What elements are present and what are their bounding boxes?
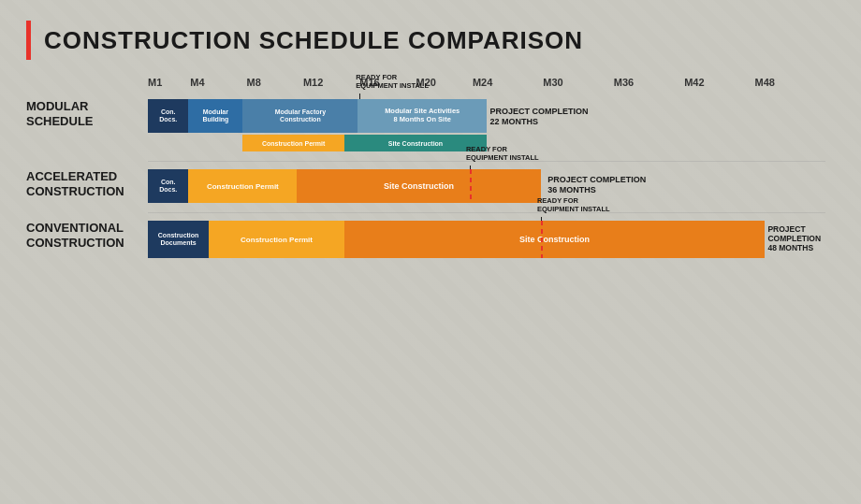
modular-ready-annotation: READY FOREQUIPMENT INSTALL (356, 73, 429, 90)
title-accent (26, 21, 31, 60)
accelerated-label: ACCELERATEDCONSTRUCTION (26, 169, 139, 198)
accelerated-dash-line (470, 169, 472, 203)
conventional-dash-line (541, 221, 543, 258)
conventional-label: CONVENTIONALCONSTRUCTION (26, 221, 139, 250)
conventional-con-docs-bar: ConstructionDocuments (148, 221, 209, 258)
accelerated-con-docs-bar: Con.Docs. (148, 169, 188, 203)
accelerated-site-construction-bar: Site Construction (297, 169, 541, 203)
accelerated-bars: Con.Docs. Construction Permit Site Const… (148, 169, 825, 203)
conventional-bars: ConstructionDocuments Construction Permi… (148, 221, 825, 258)
accelerated-section: ACCELERATEDCONSTRUCTION READY FOREQUIPME… (148, 169, 825, 203)
month-m12: M12 (303, 77, 323, 88)
conventional-completion: PROJECTCOMPLETION48 MONTHS (767, 224, 821, 253)
conventional-construction-permit-bar: Construction Permit (209, 221, 344, 258)
accelerated-construction-permit-bar: Construction Permit (188, 169, 297, 203)
accelerated-ready-annotation: READY FOREQUIPMENT INSTALL (466, 145, 539, 162)
modular-con-docs-bar: Con.Docs. (148, 99, 188, 133)
main-title: CONSTRUCTION SCHEDULE COMPARISON (44, 26, 583, 55)
month-labels: M1 M4 M8 M12 M16 M20 M24 M30 M36 M42 M48 (148, 77, 825, 92)
conventional-ready-annotation: READY FOREQUIPMENT INSTALL (537, 196, 610, 213)
month-m30: M30 (543, 77, 562, 88)
month-m4: M4 (190, 77, 204, 88)
month-m36: M36 (614, 77, 634, 88)
title-row: CONSTRUCTION SCHEDULE COMPARISON (26, 21, 835, 60)
modular-building-bar: ModularBuilding (188, 99, 242, 133)
conventional-site-construction-bar: Site Construction (344, 221, 765, 258)
accelerated-completion: PROJECT COMPLETION36 MONTHS (547, 175, 646, 195)
modular-bars: Con.Docs. ModularBuilding Modular Factor… (148, 99, 825, 133)
month-m8: M8 (247, 77, 261, 88)
month-m42: M42 (684, 77, 704, 88)
modular-section: MODULARSCHEDULE READY FOREQUIPMENT INSTA… (148, 99, 825, 151)
month-m24: M24 (473, 77, 492, 88)
modular-label: MODULARSCHEDULE (26, 99, 139, 128)
divider-2 (148, 212, 825, 213)
modular-construction-permit-bar: Construction Permit (242, 135, 344, 151)
month-m48: M48 (755, 77, 775, 88)
month-m1: M1 (148, 77, 162, 88)
modular-factory-bar: Modular FactoryConstruction (242, 99, 358, 133)
conventional-section: CONVENTIONALCONSTRUCTION READY FOREQUIPM… (148, 221, 825, 258)
modular-site-activities-bar: Modular Site Activities8 Months On Site (358, 99, 487, 133)
modular-completion: PROJECT COMPLETION22 MONTHS (490, 107, 589, 127)
